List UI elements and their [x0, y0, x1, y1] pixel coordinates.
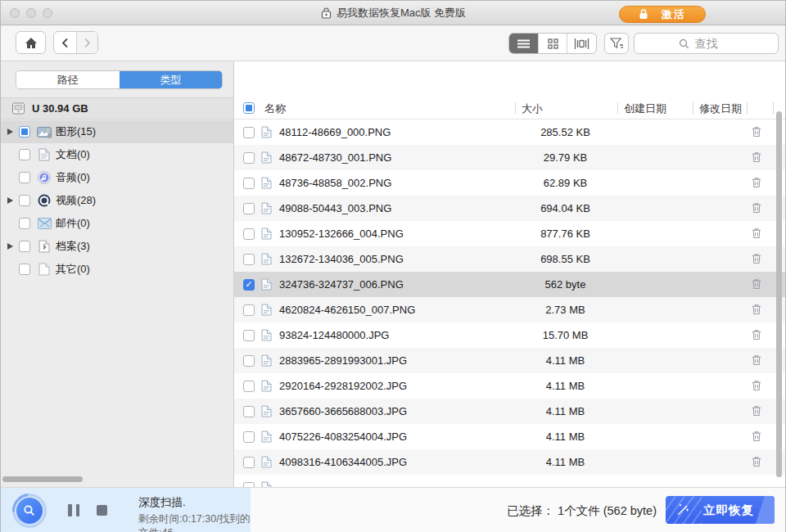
disclosure-arrow-icon[interactable] — [7, 128, 13, 135]
delete-icon[interactable] — [751, 379, 762, 394]
filter-icon — [610, 38, 624, 49]
document-icon — [36, 148, 52, 161]
table-vertical-scrollbar[interactable] — [776, 111, 782, 477]
tree-item-mail[interactable]: 邮件(0) — [1, 212, 233, 235]
forward-button[interactable] — [76, 32, 98, 53]
row-checkbox[interactable] — [243, 152, 255, 164]
table-row[interactable]: 2883965-2891993001.JPG4.11 MB — [234, 348, 785, 373]
table-row[interactable]: 4098316-4106344005.JPG4.11 MB — [234, 449, 785, 475]
delete-icon[interactable] — [751, 125, 762, 141]
disclosure-arrow-icon[interactable] — [7, 197, 13, 204]
tree-item-graphics[interactable]: 图形(15) — [1, 120, 233, 143]
mail-checkbox[interactable] — [19, 218, 30, 229]
drive-label: U 30.94 GB — [32, 102, 88, 115]
list-view-button[interactable] — [509, 34, 538, 53]
tab-type[interactable]: 类型 — [120, 71, 223, 88]
delete-icon[interactable] — [751, 404, 762, 420]
row-checkbox[interactable] — [243, 330, 255, 341]
recover-button[interactable]: 立即恢复 — [666, 496, 775, 524]
activate-button[interactable]: 激活 — [619, 6, 706, 23]
delete-icon[interactable] — [751, 455, 762, 471]
table-row[interactable]: 130952-132666_004.PNG877.76 KB — [234, 221, 785, 246]
row-checkbox[interactable] — [243, 279, 255, 291]
scan-progress-button[interactable] — [5, 486, 53, 532]
table-row[interactable]: 48112-48669_000.PNG285.52 KB — [234, 119, 785, 145]
tree-item-other[interactable]: 其它(0) — [1, 258, 233, 281]
column-separator — [773, 102, 774, 114]
delete-icon[interactable] — [751, 176, 762, 192]
tab-path[interactable]: 路径 — [16, 71, 120, 88]
home-icon — [25, 37, 38, 49]
column-header-created[interactable]: 创建日期 — [624, 101, 666, 116]
filter-button[interactable] — [604, 33, 629, 54]
table-row[interactable]: 49088-50443_003.PNG694.04 KB — [234, 196, 785, 221]
tree-item-documents[interactable]: 文档(0) — [1, 143, 233, 166]
pause-button[interactable] — [68, 504, 79, 516]
delete-icon[interactable] — [751, 328, 762, 344]
row-checkbox[interactable] — [243, 178, 255, 189]
disclosure-arrow-icon[interactable] — [7, 243, 13, 250]
grid-view-button[interactable] — [538, 34, 567, 53]
file-name: 48672-48730_001.PNG — [279, 151, 514, 164]
column-separator — [693, 102, 693, 114]
delete-icon[interactable] — [751, 227, 762, 242]
archive-checkbox[interactable] — [19, 241, 30, 252]
video-checkbox[interactable] — [19, 195, 30, 206]
other-checkbox[interactable] — [19, 264, 30, 275]
status-bar: 深度扫描. 剩余时间:0:17:30/找到的文件:46 已选择： 1个文件 (5… — [1, 487, 785, 532]
delete-icon[interactable] — [751, 303, 762, 318]
selection-summary: 已选择： 1个文件 (562 byte) — [507, 488, 657, 532]
row-checkbox[interactable] — [243, 381, 255, 392]
file-name: 49088-50443_003.PNG — [279, 202, 514, 214]
row-checkbox[interactable] — [243, 127, 255, 138]
delete-icon[interactable] — [751, 354, 762, 369]
drive-header[interactable]: U 30.94 GB — [1, 97, 233, 119]
image-file-icon — [261, 202, 272, 214]
row-checkbox[interactable] — [243, 355, 255, 367]
delete-icon[interactable] — [751, 151, 762, 166]
row-checkbox[interactable] — [243, 406, 255, 417]
delete-icon[interactable] — [751, 252, 762, 268]
tree-item-audio[interactable]: 音频(0) — [1, 166, 233, 189]
home-button[interactable] — [16, 31, 46, 54]
row-checkbox[interactable] — [243, 228, 255, 240]
back-button[interactable] — [54, 32, 76, 53]
graphics-icon — [36, 126, 52, 138]
sidebar-horizontal-scrollbar[interactable] — [2, 476, 83, 482]
search-input[interactable] — [635, 34, 778, 53]
table-row[interactable]: 48736-48858_002.PNG62.89 KB — [234, 170, 785, 196]
file-table: 名称 大小 创建日期 修改日期 48112-48669_000.PNG285.5… — [234, 61, 785, 487]
table-row[interactable]: 3657660-3665688003.JPG4.11 MB — [234, 399, 785, 424]
table-row[interactable]: 324736-324737_006.PNG562 byte — [234, 272, 785, 297]
table-row[interactable]: 2920164-2928192002.JPG4.11 MB — [234, 373, 785, 399]
audio-checkbox[interactable] — [19, 172, 30, 183]
table-row[interactable]: 48672-48730_001.PNG29.79 KB — [234, 145, 785, 170]
tree-item-archive[interactable]: 档案(3) — [1, 235, 233, 258]
delete-icon[interactable] — [751, 201, 762, 217]
table-row[interactable]: 132672-134036_005.PNG698.55 KB — [234, 246, 785, 272]
delete-icon[interactable] — [751, 277, 762, 293]
table-row[interactable]: 4075226-4083254004.JPG4.11 MB — [234, 424, 785, 449]
table-row[interactable]: 93824-124480000.JPG15.70 MB — [234, 322, 785, 348]
row-checkbox[interactable] — [243, 457, 255, 468]
delete-icon[interactable] — [751, 430, 762, 445]
documents-checkbox[interactable] — [19, 149, 30, 160]
tree-item-video[interactable]: 视频(28) — [1, 189, 233, 212]
table-row[interactable] — [234, 475, 785, 487]
view-mode-switcher — [508, 33, 597, 54]
row-checkbox[interactable] — [243, 431, 255, 443]
column-view-button[interactable] — [567, 34, 596, 53]
stop-button[interactable] — [97, 505, 107, 516]
table-row[interactable]: 4620824-4626150_007.PNG2.73 MB — [234, 297, 785, 322]
column-header-size[interactable]: 大小 — [522, 101, 543, 116]
graphics-checkbox[interactable] — [19, 126, 30, 138]
row-checkbox[interactable] — [243, 304, 255, 316]
select-all-checkbox[interactable] — [243, 102, 255, 114]
file-size: 698.55 KB — [514, 253, 617, 265]
column-header-name[interactable]: 名称 — [264, 101, 286, 116]
column-header-modified[interactable]: 修改日期 — [699, 101, 742, 116]
file-name: 2883965-2891993001.JPG — [279, 354, 514, 367]
row-checkbox[interactable] — [243, 254, 255, 265]
column-separator — [515, 102, 516, 114]
row-checkbox[interactable] — [243, 203, 255, 214]
